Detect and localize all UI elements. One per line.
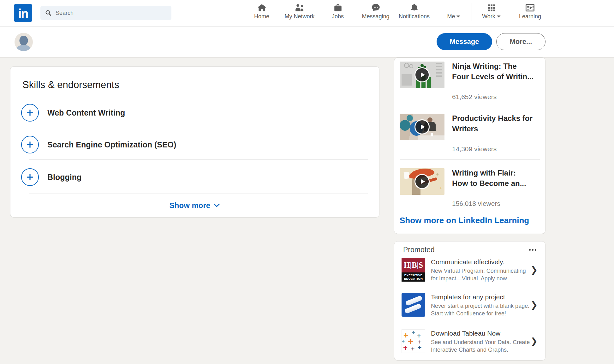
skill-row: Web Content Writing	[21, 104, 125, 122]
nav-item-label: Notifications	[399, 13, 430, 20]
promoted-card: Promoted H|B|S EXECUTIVE EDUCATION Commu…	[394, 242, 545, 360]
promoted-ad[interactable]: Download Tableau Now See and Understand …	[402, 329, 539, 355]
ad-title: Communicate effectively.	[431, 258, 532, 266]
avatar-body	[16, 45, 31, 51]
overflow-menu-icon[interactable]	[529, 249, 536, 251]
nav-item-me[interactable]: Me	[447, 2, 461, 20]
nav-item-work[interactable]: Work	[482, 2, 501, 20]
video-thumbnail: ++	[400, 168, 444, 195]
nav-item-label: Work	[482, 13, 495, 20]
learning-sidebar-card: Ninja Writing: The Four Levels of Writin…	[394, 58, 545, 234]
add-skill-button[interactable]	[21, 104, 39, 122]
people-icon	[295, 2, 304, 12]
avatar-head	[20, 36, 28, 45]
add-skill-button[interactable]	[21, 136, 39, 153]
promoted-ad[interactable]: Templates for any project Never start a …	[402, 293, 539, 318]
video-viewers: 61,652 viewers	[452, 93, 497, 101]
hbs-logo-sub: EXECUTIVE	[404, 273, 422, 277]
nav-item-home[interactable]: Home	[254, 2, 269, 20]
grid-icon	[487, 2, 496, 12]
home-icon	[257, 2, 266, 12]
video-title: Productivity Hacks for Writers	[452, 114, 533, 133]
hbs-logo: H|B|S EXECUTIVE EDUCATION	[402, 258, 425, 282]
messaging-icon	[371, 2, 380, 12]
hbs-logo-letters: H|B|S	[402, 258, 425, 272]
bell-icon	[410, 2, 418, 12]
plus-icon	[26, 173, 34, 181]
message-button[interactable]: Message	[437, 33, 492, 50]
nav-item-label: Jobs	[332, 13, 344, 20]
play-icon	[414, 119, 430, 134]
chevron-right-icon: ❯	[530, 300, 538, 310]
nav-item-label: Me	[447, 13, 455, 20]
profile-header-bar: Message More...	[0, 27, 614, 57]
nav-item-label: Home	[254, 13, 269, 20]
chevron-right-icon: ❯	[530, 336, 538, 346]
chevron-down-icon	[456, 15, 461, 18]
search-icon	[45, 9, 52, 16]
nav-item-jobs[interactable]: Jobs	[332, 2, 344, 20]
ad-title: Templates for any project	[431, 293, 532, 301]
nav-item-messaging[interactable]: Messaging	[362, 2, 389, 20]
skills-title: Skills & endorsements	[22, 79, 119, 91]
promoted-title: Promoted	[403, 246, 435, 254]
show-more-skills-button[interactable]: Show more	[10, 194, 379, 217]
divider	[29, 127, 368, 127]
divider	[400, 159, 540, 160]
linkedin-logo[interactable]: in	[14, 4, 32, 22]
nav-item-label: My Network	[284, 13, 314, 20]
search-bar[interactable]	[40, 6, 171, 20]
chevron-down-icon	[213, 203, 220, 207]
skill-name: Blogging	[47, 173, 81, 182]
plus-icon	[26, 109, 34, 117]
linkedin-profile-page: in Home	[0, 0, 614, 364]
video-title: Ninja Writing: The Four Levels of Writin…	[452, 62, 534, 81]
video-title: Writing with Flair: How to Become an...	[452, 169, 526, 188]
plus-icon	[26, 140, 34, 149]
nav-divider	[472, 3, 472, 21]
ad-description: New Virtual Program: Communicating for I…	[431, 267, 532, 283]
tableau-logo	[402, 329, 425, 353]
video-viewers: 156,018 viewers	[452, 200, 500, 207]
video-viewers: 14,309 viewers	[452, 145, 497, 153]
learning-icon	[525, 2, 535, 12]
skill-row: Search Engine Optimization (SEO)	[21, 135, 176, 154]
nav-item-label: Messaging	[362, 13, 389, 20]
chevron-down-icon	[496, 15, 501, 18]
add-skill-button[interactable]	[21, 168, 39, 186]
briefcase-icon	[334, 2, 342, 12]
global-nav: in Home	[0, 0, 614, 27]
nav-item-my-network[interactable]: My Network	[284, 2, 314, 20]
play-icon	[414, 67, 430, 82]
video-thumbnail	[400, 62, 444, 88]
divider	[400, 107, 540, 107]
divider	[400, 211, 540, 211]
skill-name: Search Engine Optimization (SEO)	[47, 140, 176, 149]
confluence-logo	[402, 293, 425, 317]
ad-title: Download Tableau Now	[431, 330, 532, 337]
skills-endorsements-card: Skills & endorsements Web Content Writin…	[10, 67, 379, 217]
hbs-logo-sub: EDUCATION	[404, 277, 423, 280]
nav-item-learning[interactable]: Learning	[519, 2, 541, 20]
nav-item-label: Learning	[519, 13, 541, 20]
learning-video-item[interactable]: ++ Writing with Flair: How to Become an.…	[400, 168, 541, 214]
nav-item-notifications[interactable]: Notifications	[399, 2, 430, 20]
divider	[29, 159, 368, 160]
avatar[interactable]	[15, 33, 33, 51]
search-input[interactable]	[55, 9, 167, 17]
skill-row: Blogging	[21, 168, 81, 186]
promoted-ad[interactable]: H|B|S EXECUTIVE EDUCATION Communicate ef…	[402, 258, 539, 283]
play-icon	[414, 174, 430, 189]
more-button[interactable]: More...	[496, 33, 545, 50]
show-more-label: Show more	[170, 201, 210, 210]
chevron-right-icon: ❯	[530, 265, 538, 275]
skill-name: Web Content Writing	[47, 108, 125, 117]
learning-video-item[interactable]: Ninja Writing: The Four Levels of Writin…	[400, 62, 541, 107]
show-more-learning-link[interactable]: Show more on LinkedIn Learning	[400, 216, 529, 225]
ad-description: See and Understand Your Data. Create Int…	[431, 338, 532, 354]
learning-video-item[interactable]: Productivity Hacks for Writers 14,309 vi…	[400, 114, 541, 159]
ad-description: Never start a project with a blank page.…	[431, 302, 532, 318]
video-thumbnail	[400, 114, 444, 140]
